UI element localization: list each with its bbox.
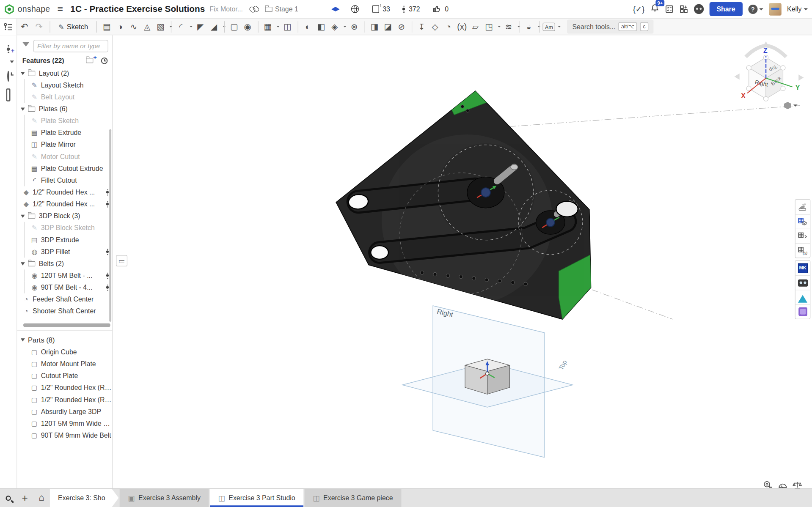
home-tab-button[interactable]: ⌂ <box>33 489 50 507</box>
add-tab-button[interactable]: + <box>17 489 33 507</box>
copies-icon[interactable] <box>372 5 379 13</box>
expand-caret-icon[interactable] <box>21 214 25 219</box>
revolve-tool-button[interactable]: ◑ <box>113 20 127 33</box>
filter-icon[interactable] <box>22 42 30 50</box>
expand-caret-icon[interactable] <box>21 262 25 267</box>
appearance-panel-icon[interactable] <box>795 200 810 214</box>
primitive-tool-button[interactable]: ◇ <box>428 20 442 33</box>
view-options-button[interactable] <box>784 102 798 109</box>
notifications-bell-icon[interactable]: 9+ <box>650 4 659 15</box>
undo-button[interactable]: ↶ <box>17 21 32 32</box>
rollback-history-icon[interactable] <box>101 58 108 64</box>
document-tab[interactable]: Exercise 3 Assembly <box>120 489 209 507</box>
avatar[interactable] <box>769 3 781 15</box>
history-icon[interactable] <box>402 5 405 13</box>
redo-button[interactable]: ↷ <box>32 21 47 32</box>
feature-tree-item[interactable]: Belt Layout <box>17 91 112 103</box>
part-list-item[interactable]: Cutout Plate <box>17 370 112 382</box>
extrude-tool-button[interactable]: ▤ <box>100 20 113 33</box>
suppression-dots-icon[interactable] <box>106 189 109 195</box>
document-tab[interactable]: Exercise 3 Game piece <box>305 489 401 507</box>
boolean-tool-button[interactable]: ◐ <box>301 20 314 33</box>
feature-tree-item[interactable]: Plate Cutout Extrude <box>17 162 112 174</box>
feature-tree-item[interactable]: 1/2" Rounded Hex ... <box>17 186 112 198</box>
public-globe-icon[interactable] <box>351 5 359 13</box>
expand-caret-icon[interactable] <box>21 107 25 112</box>
app-purple-icon[interactable] <box>795 304 810 318</box>
tasks-checklist-icon[interactable] <box>665 5 674 14</box>
replace-face-tool-button[interactable]: ◪ <box>381 20 395 33</box>
feature-tree-item[interactable]: 3DP Block (3) <box>17 210 112 222</box>
thicken-tool-button[interactable]: ▧ <box>154 20 168 33</box>
sketch-tool-button[interactable]: ✎ Sketch <box>53 22 93 31</box>
section-view-tool-button[interactable]: ◒ <box>522 20 536 33</box>
part-list-item[interactable]: 1/2" Rounded Hex (RE... <box>17 394 112 406</box>
feature-tree-item[interactable]: Feeder Shaft Center <box>17 293 112 305</box>
suppression-dots-icon[interactable] <box>106 201 109 207</box>
3d-viewport[interactable]: Right Top <box>0 0 812 507</box>
part-list-item[interactable]: Origin Cube <box>17 346 112 358</box>
share-button[interactable]: Share <box>709 2 742 16</box>
variables-table-icon[interactable]: (x) <box>795 243 810 258</box>
plane-tool-button[interactable]: ▱ <box>469 20 482 33</box>
feature-tree-item[interactable]: Plate Sketch <box>17 115 112 127</box>
parts-header-row[interactable]: Parts (8) <box>17 334 112 346</box>
spring-tool-button[interactable]: ≋ <box>502 20 515 33</box>
split-tool-button[interactable]: ◧ <box>314 20 328 33</box>
user-menu[interactable]: Kelly <box>787 5 808 13</box>
fillet-tool-button[interactable]: ◜ <box>174 20 187 33</box>
assistant-icon[interactable] <box>694 4 704 14</box>
delete-part-tool-button[interactable]: ⊗ <box>347 20 361 33</box>
draft-tool-button[interactable]: ◢ <box>207 20 221 33</box>
document-tab[interactable]: Exercise 3: Sho <box>50 489 118 507</box>
app-triangle-icon[interactable] <box>795 290 810 304</box>
app-robot-icon[interactable] <box>795 275 810 290</box>
document-subtitle[interactable]: Fix Motor... <box>209 5 243 13</box>
feature-tree-item[interactable]: 120T 5M Belt - ... <box>17 269 112 281</box>
part-list-item[interactable]: 120T 5M 9mm Wide B... <box>17 417 112 429</box>
apps-grid-icon[interactable] <box>679 5 688 14</box>
horizontal-scrollbar[interactable] <box>23 323 110 327</box>
helix-tool-button[interactable]: ◔ <box>442 20 455 33</box>
move-face-tool-button[interactable]: ◨ <box>368 20 381 33</box>
sweep-tool-button[interactable]: ∿ <box>127 20 140 33</box>
feature-list-toggle[interactable] <box>0 18 17 35</box>
suppression-dots-icon[interactable] <box>106 249 109 255</box>
feature-tree-item[interactable]: Layout Sketch <box>17 79 112 91</box>
link-icon[interactable] <box>248 3 259 14</box>
suppression-dots-icon[interactable] <box>106 284 109 290</box>
shell-tool-button[interactable]: ▢ <box>227 20 241 33</box>
configurations-panel-icon[interactable] <box>795 229 810 243</box>
custom-tables-icon[interactable] <box>6 90 11 100</box>
part-list-item[interactable]: Absurdly Large 3DP <box>17 406 112 417</box>
transform-tool-button[interactable]: ◈ <box>328 20 341 33</box>
loft-tool-button[interactable]: ◬ <box>140 20 154 33</box>
document-tab[interactable]: Exercise 3 Part Studio <box>210 489 303 507</box>
suppression-dots-icon[interactable] <box>106 272 109 279</box>
feature-tree-item[interactable]: Plate Extrude <box>17 127 112 139</box>
feature-script-icon[interactable]: {✓} <box>633 5 645 13</box>
feature-tree-item[interactable]: Plate Mirror <box>17 139 112 151</box>
add-folder-icon[interactable] <box>86 57 93 65</box>
workspace-breadcrumb[interactable]: Stage 1 <box>265 5 298 13</box>
feature-tree-item[interactable]: Belts (2) <box>17 258 112 269</box>
part-list-item[interactable]: 1/2" Rounded Hex (RE... <box>17 382 112 394</box>
filter-input[interactable] <box>33 40 108 52</box>
expand-caret-icon[interactable] <box>21 71 25 77</box>
chamfer-tool-button[interactable]: ◤ <box>194 20 207 33</box>
vertical-scrollbar[interactable] <box>109 129 111 322</box>
history-versions-icon[interactable] <box>7 72 9 81</box>
import-tool-button[interactable]: ↧ <box>415 20 428 33</box>
app-mk-icon[interactable]: MK <box>795 261 810 275</box>
part-list-item[interactable]: Motor Mount Plate <box>17 358 112 370</box>
thumbs-up-icon[interactable] <box>432 5 441 14</box>
bom-table-icon[interactable] <box>795 214 810 229</box>
variable-tool-button[interactable]: (x) <box>455 20 469 33</box>
hole-tool-button[interactable]: ◉ <box>241 20 254 33</box>
search-tabs-button[interactable] <box>0 489 17 507</box>
feature-tree-item[interactable]: Plates (6) <box>17 103 112 115</box>
feature-tree-item[interactable]: 3DP Extrude <box>17 234 112 246</box>
delete-face-tool-button[interactable]: ⊘ <box>395 20 408 33</box>
mirror-tool-button[interactable]: ◫ <box>281 20 294 33</box>
linear-pattern-tool-button[interactable]: ▦ <box>261 20 275 33</box>
